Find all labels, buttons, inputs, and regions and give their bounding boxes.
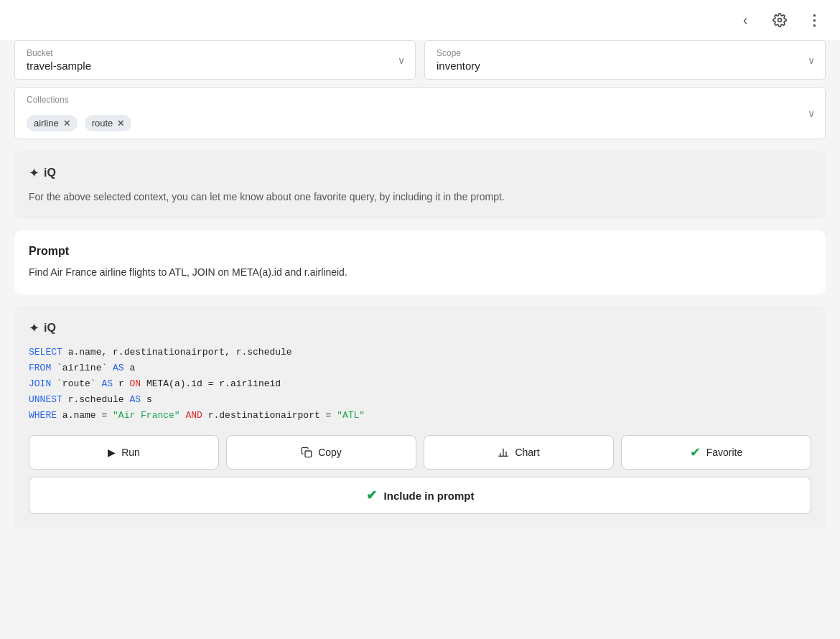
iq-result-title: iQ [44, 322, 56, 335]
favorite-label: Favorite [706, 447, 743, 458]
copy-label: Copy [318, 447, 342, 458]
collections-label: Collections [27, 95, 813, 105]
collection-tag-airline-name: airline [34, 118, 59, 129]
iq-result-section: ✦ iQ SELECT a.name, r.destinationairport… [14, 306, 826, 528]
kw-as-3: AS [129, 394, 141, 405]
code-line-4: UNNEST r.schedule AS s [29, 392, 811, 408]
code-select-fields: a.name, r.destinationairport, r.schedule [68, 347, 292, 358]
kw-as-1: AS [113, 363, 124, 373]
run-button[interactable]: ▶ Run [29, 435, 219, 470]
iq-result-icon: ✦ [29, 320, 39, 336]
run-label: Run [121, 447, 140, 458]
code-alias-s: s [146, 394, 152, 405]
collection-tag-route-name: route [92, 118, 113, 129]
chart-button[interactable]: Chart [424, 435, 614, 470]
gear-icon [773, 13, 787, 27]
code-alias-a: a [129, 363, 135, 373]
favorite-button[interactable]: ✔ Favorite [621, 435, 811, 470]
iq-intro-header: ✦ iQ [29, 165, 811, 181]
kw-on: ON [129, 378, 141, 389]
chart-label: Chart [515, 447, 539, 458]
action-buttons-row: ▶ Run Copy Chart ✔ [29, 435, 811, 470]
settings-button[interactable] [768, 9, 791, 32]
kw-select: SELECT [29, 347, 62, 358]
scope-value: inventory [437, 60, 813, 72]
scope-dropdown[interactable]: Scope inventory ∨ [424, 40, 826, 80]
iq-intro-icon: ✦ [29, 165, 39, 181]
run-icon: ▶ [108, 447, 116, 458]
include-prompt-button[interactable]: ✔ Include in prompt [29, 477, 811, 514]
collections-chevron-icon: ∨ [808, 108, 815, 119]
code-where-val1: "Air France" [113, 410, 180, 421]
iq-intro-section: ✦ iQ For the above selected context, you… [14, 151, 826, 219]
kw-join: JOIN [29, 378, 51, 389]
code-where-field2: r.destinationairport = [208, 410, 337, 421]
main-content: Bucket travel-sample ∨ Scope inventory ∨… [0, 40, 840, 554]
collection-tag-airline: airline ✕ [27, 115, 78, 131]
code-join-table: `route` [57, 378, 101, 389]
code-line-2: FROM `airline` AS a [29, 360, 811, 376]
code-line-1: SELECT a.name, r.destinationairport, r.s… [29, 345, 811, 360]
include-prompt-label: Include in prompt [384, 490, 475, 502]
svg-rect-1 [305, 451, 312, 457]
code-unnest-field: r.schedule [68, 394, 130, 405]
code-from-table: `airline` [57, 363, 113, 373]
top-bar: ‹ ⋮ [0, 0, 840, 40]
bucket-label: Bucket [27, 48, 403, 58]
kw-where: WHERE [29, 410, 57, 421]
include-check-icon: ✔ [366, 488, 377, 503]
iq-result-header: ✦ iQ [29, 320, 811, 336]
scope-label: Scope [437, 48, 813, 58]
kw-from: FROM [29, 363, 51, 373]
code-where-field: a.name = [62, 410, 113, 421]
chart-icon [498, 447, 509, 458]
back-button[interactable]: ‹ [734, 9, 757, 32]
code-alias-r: r [118, 378, 130, 389]
code-line-5: WHERE a.name = "Air France" AND r.destin… [29, 408, 811, 424]
kw-as-2: AS [101, 378, 113, 389]
prompt-text: Find Air France airline flights to ATL, … [29, 265, 811, 280]
bucket-chevron-icon: ∨ [398, 55, 405, 66]
code-where-val2: "ATL" [337, 410, 365, 421]
scope-chevron-icon: ∨ [808, 55, 815, 66]
bucket-value: travel-sample [27, 60, 403, 72]
copy-button[interactable]: Copy [226, 435, 416, 470]
favorite-check-icon: ✔ [690, 444, 701, 460]
code-join-condition: META(a).id = r.airlineid [146, 378, 281, 389]
dropdowns-row: Bucket travel-sample ∨ Scope inventory ∨ [14, 40, 826, 80]
copy-icon [301, 447, 312, 458]
iq-intro-text: For the above selected context, you can … [29, 190, 811, 205]
back-icon: ‹ [743, 13, 747, 28]
svg-point-0 [778, 19, 782, 22]
prompt-section: Prompt Find Air France airline flights t… [14, 230, 826, 294]
prompt-title: Prompt [29, 245, 811, 258]
bucket-dropdown[interactable]: Bucket travel-sample ∨ [14, 40, 416, 80]
kw-and: AND [185, 410, 207, 421]
code-block: SELECT a.name, r.destinationairport, r.s… [29, 345, 811, 424]
collections-box: Collections airline ✕ route ✕ ∨ [14, 87, 826, 139]
more-icon: ⋮ [807, 11, 822, 29]
collection-tag-route: route ✕ [85, 115, 132, 131]
code-line-3: JOIN `route` AS r ON META(a).id = r.airl… [29, 376, 811, 392]
iq-intro-title: iQ [44, 167, 56, 179]
kw-unnest: UNNEST [29, 394, 62, 405]
more-button[interactable]: ⋮ [803, 9, 826, 32]
collection-tag-airline-remove[interactable]: ✕ [63, 118, 70, 129]
collection-tag-route-remove[interactable]: ✕ [117, 118, 124, 129]
